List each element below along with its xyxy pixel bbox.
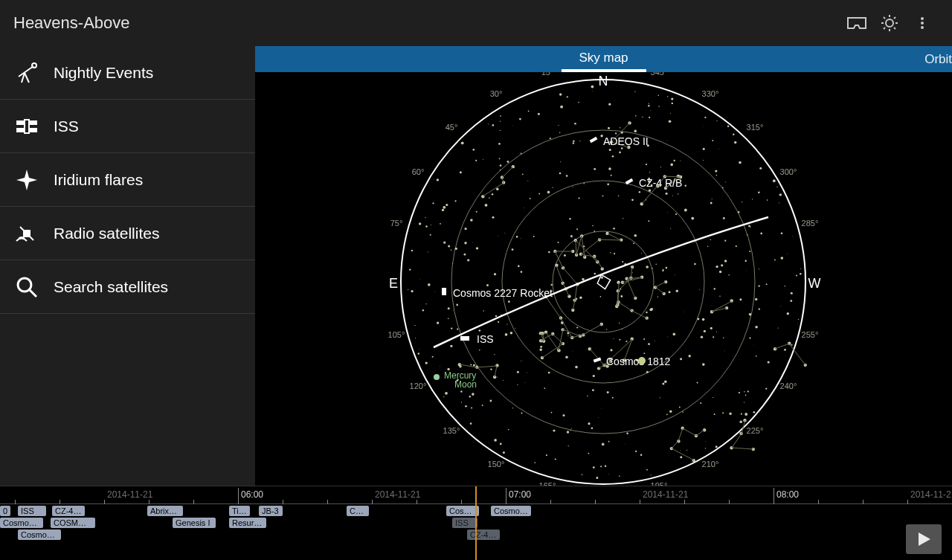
nav-iss[interactable]: ISS <box>0 100 255 153</box>
pass-chip[interactable]: Genesis I <box>173 518 216 528</box>
svg-point-395 <box>566 175 568 177</box>
svg-text:15°: 15° <box>541 72 554 77</box>
timeline-date-label: 2014-11-21 <box>107 489 152 500</box>
svg-point-491 <box>753 411 756 413</box>
svg-point-228 <box>573 351 573 352</box>
tab-sky-map[interactable]: Sky map <box>561 46 646 72</box>
svg-point-94 <box>460 390 462 392</box>
svg-point-471 <box>608 441 610 442</box>
svg-point-59 <box>591 86 594 88</box>
pass-chip[interactable]: ISS <box>452 518 477 528</box>
pass-chip[interactable]: Resurs… <box>229 518 266 528</box>
pass-chip[interactable]: Cosmos… <box>491 506 531 516</box>
svg-point-233 <box>779 202 779 203</box>
svg-text:345°: 345° <box>651 72 668 77</box>
svg-point-406 <box>567 96 568 97</box>
nav-iridium-flares[interactable]: Iridium flares <box>0 153 255 207</box>
svg-point-226 <box>522 173 524 175</box>
pass-chip[interactable]: Ti… <box>229 506 250 516</box>
svg-point-387 <box>747 234 748 236</box>
sky-map[interactable]: N S E W 15°30°45°60°75°105°120°135°150°1… <box>255 72 952 486</box>
pass-chip[interactable]: CZ-4… <box>467 530 500 540</box>
svg-point-412 <box>718 149 719 149</box>
svg-point-240 <box>722 412 724 413</box>
svg-rect-17 <box>30 121 36 124</box>
pass-chip[interactable]: COSMO… <box>51 518 95 528</box>
svg-point-321 <box>755 326 758 329</box>
svg-point-452 <box>527 373 527 373</box>
svg-point-314 <box>473 364 475 367</box>
pass-chip[interactable]: 0 <box>0 506 10 516</box>
svg-point-95 <box>621 147 623 149</box>
svg-point-81 <box>490 368 492 370</box>
svg-point-358 <box>442 209 444 211</box>
svg-point-312 <box>759 308 760 309</box>
svg-rect-18 <box>17 129 23 132</box>
svg-point-248 <box>695 242 695 243</box>
pass-chip[interactable]: Cosmos… <box>18 530 61 540</box>
pass-chip[interactable]: CO… <box>347 506 369 516</box>
svg-point-473 <box>448 307 450 309</box>
nav-radio-satellites[interactable]: Radio satellites <box>0 207 255 260</box>
timeline-hour-label: 06:00 <box>241 489 263 500</box>
nav-search-satellites[interactable]: Search satellites <box>0 260 255 314</box>
overflow-menu-icon[interactable] <box>906 7 939 39</box>
pass-chip[interactable]: Cosmos 1… <box>0 518 43 528</box>
svg-point-236 <box>519 118 521 120</box>
timeline-date-label: 2014-11-21 <box>643 489 688 500</box>
svg-point-152 <box>452 263 453 264</box>
nav-nightly-events[interactable]: Nightly Events <box>0 46 255 100</box>
svg-point-138 <box>756 355 757 357</box>
svg-point-332 <box>440 366 440 367</box>
svg-point-177 <box>596 477 598 479</box>
svg-point-380 <box>658 106 659 106</box>
svg-point-204 <box>528 110 530 112</box>
svg-point-278 <box>729 413 731 415</box>
svg-point-383 <box>739 298 742 300</box>
radio-sat-icon <box>13 220 40 247</box>
svg-point-216 <box>643 353 645 354</box>
svg-text:30°: 30° <box>490 89 503 98</box>
svg-point-366 <box>713 336 714 338</box>
pass-chip[interactable]: Abrixa… <box>147 506 183 516</box>
svg-point-419 <box>791 344 793 346</box>
svg-point-345 <box>660 397 660 398</box>
svg-point-361 <box>672 196 673 196</box>
svg-point-348 <box>456 304 458 306</box>
pass-chip[interactable]: ISS <box>18 506 46 516</box>
timeline-cursor[interactable] <box>475 486 477 560</box>
svg-point-273 <box>613 228 614 229</box>
svg-rect-600 <box>625 178 634 184</box>
svg-point-460 <box>790 300 792 302</box>
svg-point-74 <box>455 248 457 250</box>
svg-point-404 <box>719 271 721 273</box>
pass-chip[interactable]: CZ-4… <box>52 506 85 516</box>
svg-point-227 <box>684 209 687 212</box>
svg-point-479 <box>747 390 749 392</box>
play-button[interactable] <box>906 524 942 554</box>
svg-point-454 <box>443 242 446 244</box>
svg-point-186 <box>548 372 550 374</box>
svg-point-423 <box>498 143 501 145</box>
svg-point-351 <box>602 408 602 409</box>
svg-point-179 <box>494 273 496 275</box>
svg-point-88 <box>674 160 675 161</box>
svg-point-402 <box>780 306 781 306</box>
svg-point-416 <box>548 251 550 254</box>
pass-chip[interactable]: JB-3 <box>259 506 283 516</box>
svg-point-166 <box>461 141 464 144</box>
cardboard-icon[interactable] <box>840 7 873 39</box>
brightness-icon[interactable] <box>873 7 906 39</box>
svg-point-401 <box>470 364 472 365</box>
tab-orbit[interactable]: Orbit <box>924 52 952 67</box>
svg-point-175 <box>506 324 507 325</box>
svg-point-282 <box>685 185 686 187</box>
svg-text:N: N <box>599 74 608 88</box>
svg-point-30 <box>553 231 654 332</box>
svg-point-80 <box>652 268 653 269</box>
svg-point-349 <box>470 219 473 222</box>
svg-point-319 <box>725 181 726 182</box>
timeline[interactable]: 2014-11-2106:002014-11-2107:002014-11-21… <box>0 486 952 560</box>
pass-chip[interactable]: Cosm… <box>446 506 479 516</box>
svg-point-485 <box>488 123 489 124</box>
